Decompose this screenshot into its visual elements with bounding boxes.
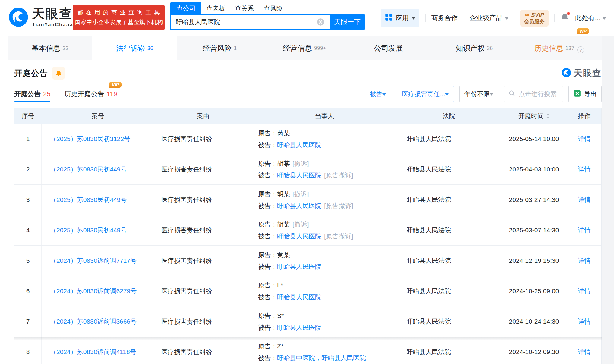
defendant-tag: [原告撤诉]: [324, 231, 353, 241]
tab-label: 公司发展: [374, 43, 403, 53]
tianyancha-logo[interactable]: 天眼查 TianYanCha.com: [8, 7, 80, 27]
cell-case-no: （2024）苏0830诉前调3666号: [42, 306, 154, 337]
chevron-down-icon: [445, 93, 449, 96]
svip-member-service[interactable]: SVIP 会员服务: [520, 10, 549, 27]
case-number-link[interactable]: （2024）苏0830诉前调6279号: [50, 287, 137, 295]
defendant-link[interactable]: 盱眙县人民医院: [277, 171, 321, 180]
nav-enterprise[interactable]: 企业级产品: [470, 14, 508, 23]
plaintiff-name: Z*: [277, 341, 283, 351]
defendant-label: 被告：: [258, 353, 277, 363]
search-tab-relation[interactable]: 查关系: [230, 2, 259, 14]
main-content: 开庭公告 天眼查 开庭公告 25 历史开庭公告 119 VIP: [0, 66, 602, 364]
search-button[interactable]: 天眼一下: [330, 14, 365, 30]
nav-account-label: 此处有...: [575, 14, 600, 23]
filter-cause-dropdown[interactable]: 医疗损害责任...: [397, 86, 454, 102]
detail-link[interactable]: 详情: [578, 256, 591, 265]
tab-label: 基本信息: [31, 43, 60, 53]
export-button[interactable]: 导出: [568, 86, 602, 102]
subtab-history-court-announcements[interactable]: 历史开庭公告 119 VIP: [64, 86, 117, 102]
detail-link[interactable]: 详情: [578, 196, 591, 204]
detail-link[interactable]: 详情: [578, 165, 591, 174]
promo-line2: 国家中小企业发展子基金旗下机构: [75, 18, 163, 26]
search-input[interactable]: 盱眙县人民医院: [170, 14, 330, 30]
defendant-link[interactable]: 盱眙县人民医院: [277, 231, 321, 241]
plaintiff-label: 原告：: [258, 128, 277, 138]
col-header-time-label: 开庭时间: [518, 112, 544, 120]
help-icon[interactable]: ?: [577, 46, 584, 53]
plaintiff-name: 黄某: [277, 250, 290, 260]
filter-year-dropdown[interactable]: 年份不限: [459, 86, 498, 102]
cell-court: 盱眙县人民法院: [397, 246, 501, 276]
case-number-link[interactable]: （2024）苏0830诉前调7717号: [50, 256, 137, 265]
subscribe-bell-icon[interactable]: [52, 67, 65, 80]
defendant-link[interactable]: 盱眙县人民医院: [277, 140, 321, 150]
tab-basic-info[interactable]: 基本信息22: [8, 36, 92, 60]
tab-history-info[interactable]: VIP 历史信息 137 ?: [517, 36, 602, 60]
tab-intellectual-property[interactable]: 知识产权36: [432, 36, 517, 60]
col-header-cause: 案由: [154, 108, 252, 124]
tab-label: 经营信息: [283, 43, 312, 53]
tab-label: 经营风险: [203, 43, 232, 53]
detail-link[interactable]: 详情: [578, 348, 591, 356]
vip-badge: VIP: [109, 82, 121, 88]
case-number-link[interactable]: （2024）苏0830诉前调3666号: [50, 317, 137, 326]
apps-menu[interactable]: 应用: [381, 9, 419, 27]
tab-operation-info[interactable]: 经营信息999+: [262, 36, 347, 60]
tab-label: 法律诉讼: [116, 43, 145, 53]
case-number-link[interactable]: （2024）苏0830诉前调4118号: [50, 348, 136, 356]
case-number-link[interactable]: （2025）苏0830民初449号: [50, 196, 127, 204]
detail-link[interactable]: 详情: [578, 226, 591, 234]
detail-link[interactable]: 详情: [578, 317, 591, 326]
case-number-link[interactable]: （2025）苏0830民初449号: [50, 165, 127, 174]
table-row: 2 （2025）苏0830民初449号 医疗损害责任纠纷 原告：胡某[撤诉] 被…: [14, 154, 601, 184]
cell-time: 2024-10-12 09:30: [501, 337, 567, 364]
defendant-link[interactable]: 盱眙县人民医院: [277, 323, 321, 332]
cell-time: 2024-10-24 14:30: [501, 306, 567, 337]
detail-link[interactable]: 详情: [578, 287, 591, 295]
chevron-down-icon: [505, 17, 508, 20]
case-number-link[interactable]: （2025）苏0830民初3122号: [50, 135, 130, 143]
cell-parties: 原告：胡某[撤诉] 被告：盱眙县人民医院[原告撤诉]: [252, 185, 397, 215]
sort-control[interactable]: [546, 113, 550, 119]
tab-company-development[interactable]: 公司发展: [347, 36, 432, 60]
promo-banner[interactable]: 都 在 用 的 商 业 查 询 工 具 国家中小企业发展子基金旗下机构: [73, 5, 165, 30]
toolbar: 开庭公告 25 历史开庭公告 119 VIP 被告 医疗损害责任...: [14, 86, 602, 102]
defendant-link[interactable]: 盱眙县人民医院: [277, 201, 321, 211]
detail-link[interactable]: 详情: [578, 135, 591, 143]
nav-account[interactable]: 此处有...: [575, 14, 606, 23]
search-tab-risk[interactable]: 查风险: [259, 2, 287, 14]
nav-enterprise-label: 企业级产品: [470, 14, 503, 23]
cell-no: 3: [14, 185, 42, 215]
nav-cooperation-label: 商务合作: [431, 14, 458, 23]
nav-cooperation[interactable]: 商务合作: [431, 14, 458, 23]
defendant-link[interactable]: 盱眙县人民医院: [277, 262, 321, 271]
cell-time: 2025-04-03 10:00: [501, 154, 567, 184]
table-search-input[interactable]: 点击进行搜索: [504, 86, 563, 102]
col-header-parties: 当事人: [252, 108, 397, 124]
search-icon: [508, 90, 516, 99]
tab-legal-proceedings[interactable]: 法律诉讼36: [92, 36, 177, 60]
tab-count: 1: [234, 45, 237, 52]
cell-action: 详情: [567, 246, 601, 276]
defendant-link[interactable]: 盱眙县人民医院: [321, 353, 366, 363]
subtab-label: 开庭公告: [14, 89, 41, 99]
clear-search-icon[interactable]: [316, 18, 325, 26]
search-tabs: 查公司 查老板 查关系 查风险: [170, 2, 365, 14]
case-number-link[interactable]: （2025）苏0830民初449号: [50, 226, 127, 234]
search-tab-boss[interactable]: 查老板: [201, 2, 230, 14]
notification-bell-icon[interactable]: [560, 13, 569, 24]
defendant-link[interactable]: 盱眙县中医院: [277, 353, 315, 363]
chevron-down-icon: [412, 17, 415, 20]
filter-defendant-dropdown[interactable]: 被告: [365, 86, 391, 102]
defendant-link[interactable]: 盱眙县人民医院: [277, 292, 321, 302]
search-tab-company[interactable]: 查公司: [170, 2, 201, 14]
plaintiff-label: 原告：: [258, 220, 277, 229]
plaintiff-tag: [撤诉]: [293, 220, 309, 229]
tianyancha-watermark: 天眼查: [562, 67, 602, 79]
cell-parties: 原告：S* 被告：盱眙县人民医院: [252, 306, 397, 337]
cell-cause: 医疗损害责任纠纷: [154, 124, 252, 154]
tab-operation-risk[interactable]: 经营风险1: [177, 36, 262, 60]
cell-time: 2024-12-19 15:30: [501, 246, 567, 276]
table-row: 1 （2025）苏0830民初3122号 医疗损害责任纠纷 原告：芮某 被告：盱…: [14, 124, 601, 154]
subtab-court-announcements[interactable]: 开庭公告 25: [14, 86, 50, 102]
